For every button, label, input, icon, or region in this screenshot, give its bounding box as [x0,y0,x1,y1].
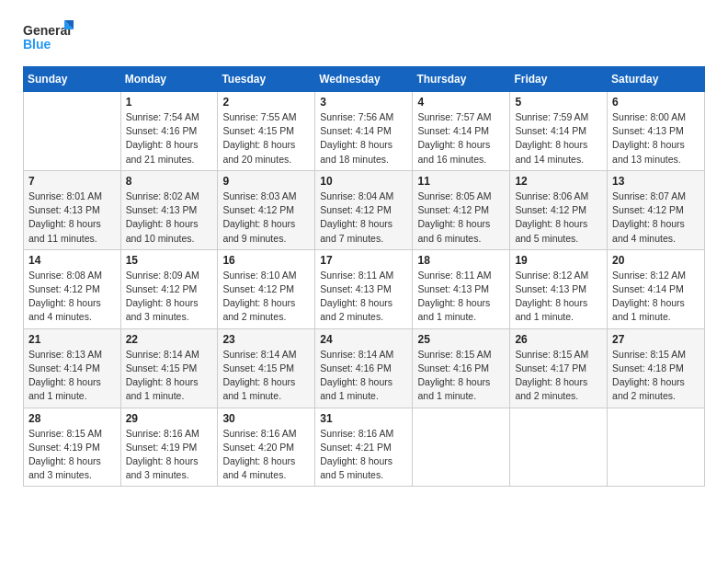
day-info: Sunrise: 8:03 AM Sunset: 4:12 PM Dayligh… [222,190,310,246]
svg-text:Blue: Blue [23,37,51,52]
day-number: 30 [222,412,310,425]
svg-text:General: General [23,23,71,38]
weekday-header-sunday: Sunday [24,67,121,92]
page-header: General Blue [23,18,705,59]
day-number: 10 [320,175,407,188]
calendar-cell: 5Sunrise: 7:59 AM Sunset: 4:14 PM Daylig… [510,92,608,171]
calendar-cell [413,408,510,487]
day-number: 6 [612,96,700,109]
day-info: Sunrise: 8:14 AM Sunset: 4:16 PM Dayligh… [320,348,407,404]
weekday-header-wednesday: Wednesday [315,67,413,92]
day-info: Sunrise: 7:57 AM Sunset: 4:14 PM Dayligh… [417,110,505,167]
calendar-week-row: 7Sunrise: 8:01 AM Sunset: 4:13 PM Daylig… [24,170,705,249]
calendar-cell: 22Sunrise: 8:14 AM Sunset: 4:15 PM Dayli… [120,328,218,408]
day-number: 2 [222,96,310,109]
day-number: 15 [126,254,213,267]
calendar-week-row: 1Sunrise: 7:54 AM Sunset: 4:16 PM Daylig… [24,92,705,171]
day-info: Sunrise: 8:02 AM Sunset: 4:13 PM Dayligh… [126,190,213,246]
calendar-cell: 18Sunrise: 8:11 AM Sunset: 4:13 PM Dayli… [413,249,510,328]
day-info: Sunrise: 8:04 AM Sunset: 4:12 PM Dayligh… [320,190,407,246]
day-number: 12 [515,175,602,188]
calendar-cell: 29Sunrise: 8:16 AM Sunset: 4:19 PM Dayli… [120,408,218,487]
day-number: 26 [515,333,602,346]
day-number: 7 [28,175,116,188]
calendar-cell: 14Sunrise: 8:08 AM Sunset: 4:12 PM Dayli… [24,249,121,328]
day-info: Sunrise: 8:09 AM Sunset: 4:12 PM Dayligh… [126,269,213,325]
day-number: 22 [126,333,213,346]
day-number: 23 [222,333,310,346]
calendar-header-row: SundayMondayTuesdayWednesdayThursdayFrid… [24,67,705,92]
weekday-header-thursday: Thursday [413,67,510,92]
calendar-cell: 28Sunrise: 8:15 AM Sunset: 4:19 PM Dayli… [24,408,121,487]
day-info: Sunrise: 7:54 AM Sunset: 4:16 PM Dayligh… [126,110,213,167]
day-number: 25 [417,333,505,346]
calendar-cell: 19Sunrise: 8:12 AM Sunset: 4:13 PM Dayli… [510,249,608,328]
day-number: 8 [126,175,213,188]
day-info: Sunrise: 8:06 AM Sunset: 4:12 PM Dayligh… [515,190,602,246]
calendar-cell [510,408,608,487]
calendar-cell: 15Sunrise: 8:09 AM Sunset: 4:12 PM Dayli… [120,249,218,328]
calendar-cell: 2Sunrise: 7:55 AM Sunset: 4:15 PM Daylig… [218,92,315,171]
day-number: 11 [417,175,505,188]
calendar-cell [24,92,121,171]
calendar-cell: 13Sunrise: 8:07 AM Sunset: 4:12 PM Dayli… [608,170,705,249]
day-info: Sunrise: 8:01 AM Sunset: 4:13 PM Dayligh… [28,190,116,246]
day-info: Sunrise: 8:15 AM Sunset: 4:17 PM Dayligh… [515,348,602,404]
day-number: 24 [320,333,407,346]
day-number: 29 [126,412,213,425]
day-number: 13 [612,175,700,188]
calendar-cell: 9Sunrise: 8:03 AM Sunset: 4:12 PM Daylig… [218,170,315,249]
calendar-week-row: 14Sunrise: 8:08 AM Sunset: 4:12 PM Dayli… [24,249,705,328]
day-info: Sunrise: 8:14 AM Sunset: 4:15 PM Dayligh… [222,348,310,404]
day-number: 9 [222,175,310,188]
calendar-week-row: 21Sunrise: 8:13 AM Sunset: 4:14 PM Dayli… [24,328,705,408]
day-number: 1 [126,96,213,109]
day-info: Sunrise: 8:11 AM Sunset: 4:13 PM Dayligh… [417,269,505,325]
day-info: Sunrise: 8:13 AM Sunset: 4:14 PM Dayligh… [28,348,116,404]
calendar-table: SundayMondayTuesdayWednesdayThursdayFrid… [23,66,705,487]
day-number: 3 [320,96,407,109]
weekday-header-saturday: Saturday [608,67,705,92]
calendar-cell: 8Sunrise: 8:02 AM Sunset: 4:13 PM Daylig… [120,170,218,249]
day-info: Sunrise: 8:12 AM Sunset: 4:13 PM Dayligh… [515,269,602,325]
calendar-cell: 16Sunrise: 8:10 AM Sunset: 4:12 PM Dayli… [218,249,315,328]
day-info: Sunrise: 8:10 AM Sunset: 4:12 PM Dayligh… [222,269,310,325]
day-info: Sunrise: 8:15 AM Sunset: 4:16 PM Dayligh… [417,348,505,404]
calendar-cell: 21Sunrise: 8:13 AM Sunset: 4:14 PM Dayli… [24,328,121,408]
day-info: Sunrise: 7:56 AM Sunset: 4:14 PM Dayligh… [320,110,407,167]
day-info: Sunrise: 8:15 AM Sunset: 4:19 PM Dayligh… [28,427,116,483]
day-number: 31 [320,412,407,425]
day-info: Sunrise: 8:16 AM Sunset: 4:21 PM Dayligh… [320,427,407,483]
day-number: 18 [417,254,505,267]
weekday-header-tuesday: Tuesday [218,67,315,92]
calendar-cell: 11Sunrise: 8:05 AM Sunset: 4:12 PM Dayli… [413,170,510,249]
calendar-cell: 24Sunrise: 8:14 AM Sunset: 4:16 PM Dayli… [315,328,413,408]
logo-icon: General Blue [23,18,76,59]
calendar-cell: 26Sunrise: 8:15 AM Sunset: 4:17 PM Dayli… [510,328,608,408]
day-info: Sunrise: 8:00 AM Sunset: 4:13 PM Dayligh… [612,110,700,167]
logo: General Blue [23,18,76,59]
day-number: 20 [612,254,700,267]
day-info: Sunrise: 8:12 AM Sunset: 4:14 PM Dayligh… [612,269,700,325]
day-number: 16 [222,254,310,267]
day-info: Sunrise: 8:14 AM Sunset: 4:15 PM Dayligh… [126,348,213,404]
calendar-week-row: 28Sunrise: 8:15 AM Sunset: 4:19 PM Dayli… [24,408,705,487]
calendar-cell: 3Sunrise: 7:56 AM Sunset: 4:14 PM Daylig… [315,92,413,171]
calendar-cell: 17Sunrise: 8:11 AM Sunset: 4:13 PM Dayli… [315,249,413,328]
weekday-header-friday: Friday [510,67,608,92]
calendar-cell: 10Sunrise: 8:04 AM Sunset: 4:12 PM Dayli… [315,170,413,249]
day-info: Sunrise: 8:16 AM Sunset: 4:20 PM Dayligh… [222,427,310,483]
calendar-cell [608,408,705,487]
calendar-cell: 31Sunrise: 8:16 AM Sunset: 4:21 PM Dayli… [315,408,413,487]
calendar-cell: 4Sunrise: 7:57 AM Sunset: 4:14 PM Daylig… [413,92,510,171]
weekday-header-monday: Monday [120,67,218,92]
day-number: 28 [28,412,116,425]
day-number: 14 [28,254,116,267]
calendar-cell: 25Sunrise: 8:15 AM Sunset: 4:16 PM Dayli… [413,328,510,408]
day-info: Sunrise: 8:08 AM Sunset: 4:12 PM Dayligh… [28,269,116,325]
day-number: 4 [417,96,505,109]
day-number: 21 [28,333,116,346]
day-info: Sunrise: 8:07 AM Sunset: 4:12 PM Dayligh… [612,190,700,246]
day-info: Sunrise: 8:05 AM Sunset: 4:12 PM Dayligh… [417,190,505,246]
day-number: 27 [612,333,700,346]
